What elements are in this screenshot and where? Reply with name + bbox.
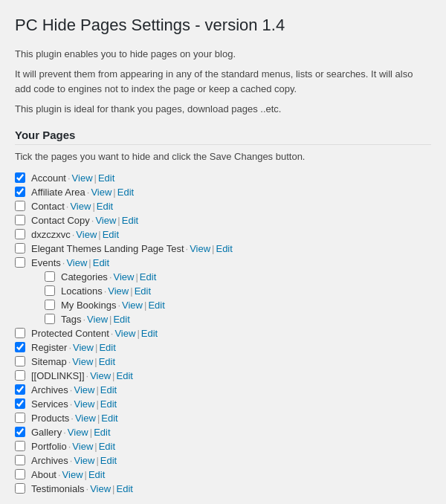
view-link-gallery[interactable]: View	[68, 427, 88, 438]
list-item: About · View | Edit	[15, 468, 431, 482]
view-link-locations[interactable]: View	[108, 285, 129, 297]
page-checkbox-register[interactable]	[15, 342, 25, 352]
view-link-testimonials[interactable]: View	[90, 483, 111, 494]
page-checkbox-portfolio[interactable]	[15, 441, 25, 451]
page-checkbox-about[interactable]	[15, 469, 25, 479]
view-link-products[interactable]: View	[75, 413, 96, 424]
list-item: Products · View | Edit	[15, 411, 431, 425]
edit-link-affiliate-area[interactable]: Edit	[117, 187, 134, 198]
separator-pipe: |	[96, 384, 98, 395]
page-checkbox-archives[interactable]	[15, 384, 25, 395]
page-checkbox-contact-copy[interactable]	[15, 215, 25, 225]
edit-link-tags[interactable]: Edit	[113, 314, 129, 325]
edit-link-about[interactable]: Edit	[88, 469, 105, 480]
separator-pipe: |	[85, 469, 87, 480]
separator-pipe: |	[113, 187, 115, 198]
page-checkbox-archives2[interactable]	[15, 455, 25, 465]
view-link-contact-copy[interactable]: View	[95, 215, 116, 226]
view-link-categories[interactable]: View	[114, 271, 135, 282]
page-label: Testimonials	[31, 483, 85, 494]
page-label: Events	[31, 257, 61, 268]
separator-dot: ·	[63, 427, 66, 438]
pages-list: Account · View | EditAffiliate Area · Vi…	[15, 171, 431, 496]
page-checkbox-testimonials[interactable]	[15, 483, 25, 494]
view-link-services[interactable]: View	[74, 398, 94, 410]
page-checkbox-categories[interactable]	[45, 271, 55, 282]
edit-link-protected-content[interactable]: Edit	[141, 328, 158, 339]
list-item: Contact · View | Edit	[15, 199, 431, 213]
page-checkbox-affiliate-area[interactable]	[15, 187, 25, 197]
edit-link-events[interactable]: Edit	[93, 257, 109, 268]
separator-pipe: |	[144, 300, 146, 311]
view-link-my-bookings[interactable]: View	[122, 300, 143, 311]
page-checkbox-protected-content[interactable]	[15, 328, 25, 338]
edit-link-services[interactable]: Edit	[100, 398, 117, 410]
page-checkbox-gallery[interactable]	[15, 427, 25, 437]
view-link-events[interactable]: View	[66, 257, 87, 268]
page-label: About	[31, 469, 56, 480]
separator-dot: ·	[104, 285, 107, 297]
view-link-dxzczxvc[interactable]: View	[76, 229, 97, 240]
page-label: Sitemap	[31, 356, 67, 367]
list-item: Register · View | Edit	[15, 340, 431, 355]
edit-link-dxzczxvc[interactable]: Edit	[103, 229, 119, 240]
edit-link-products[interactable]: Edit	[101, 413, 117, 424]
page-label: Account	[31, 172, 66, 184]
separator-pipe: |	[137, 328, 139, 339]
page-checkbox-locations[interactable]	[45, 285, 55, 296]
page-checkbox-odlinks[interactable]	[15, 370, 25, 381]
edit-link-testimonials[interactable]: Edit	[117, 483, 133, 494]
page-checkbox-my-bookings[interactable]	[45, 300, 55, 310]
edit-link-sitemap[interactable]: Edit	[99, 356, 115, 367]
page-checkbox-dxzczxvc[interactable]	[15, 229, 25, 239]
edit-link-elegant-themes[interactable]: Edit	[216, 243, 232, 254]
view-link-archives2[interactable]: View	[74, 455, 94, 466]
edit-link-locations[interactable]: Edit	[135, 285, 151, 297]
edit-link-account[interactable]: Edit	[98, 172, 114, 184]
list-item: Portfolio · View | Edit	[15, 439, 431, 453]
page-label: Contact Copy	[31, 215, 90, 226]
edit-link-archives[interactable]: Edit	[100, 384, 117, 395]
separator-pipe: |	[92, 201, 94, 212]
edit-link-my-bookings[interactable]: Edit	[148, 300, 164, 311]
view-link-tags[interactable]: View	[87, 314, 108, 325]
page-checkbox-tags[interactable]	[45, 314, 55, 324]
view-link-about[interactable]: View	[62, 469, 83, 480]
separator-dot: ·	[72, 229, 75, 240]
edit-link-contact[interactable]: Edit	[97, 201, 113, 212]
view-link-odlinks[interactable]: View	[90, 370, 111, 381]
page-checkbox-sitemap[interactable]	[15, 356, 25, 366]
page-checkbox-events[interactable]	[15, 257, 25, 268]
view-link-contact[interactable]: View	[70, 201, 91, 212]
edit-link-categories[interactable]: Edit	[140, 271, 156, 282]
view-link-sitemap[interactable]: View	[72, 356, 93, 367]
view-link-protected-content[interactable]: View	[114, 328, 135, 339]
page-checkbox-products[interactable]	[15, 413, 25, 423]
edit-link-odlinks[interactable]: Edit	[117, 370, 133, 381]
view-link-affiliate-area[interactable]: View	[91, 187, 112, 198]
list-item: Categories · View | Edit	[15, 270, 431, 284]
edit-link-archives2[interactable]: Edit	[100, 455, 117, 466]
list-item: Contact Copy · View | Edit	[15, 213, 431, 227]
page-title: PC Hide Pages Settings - version 1.4	[15, 15, 431, 36]
edit-link-contact-copy[interactable]: Edit	[122, 215, 138, 226]
edit-link-gallery[interactable]: Edit	[94, 427, 110, 438]
page-checkbox-services[interactable]	[15, 398, 25, 409]
view-link-portfolio[interactable]: View	[72, 441, 93, 452]
page-label: My Bookings	[61, 300, 116, 311]
view-link-account[interactable]: View	[72, 172, 93, 184]
list-item: Events · View | Edit	[15, 256, 431, 270]
view-link-elegant-themes[interactable]: View	[190, 243, 210, 254]
separator-pipe: |	[98, 229, 100, 240]
separator-dot: ·	[71, 413, 74, 424]
edit-link-register[interactable]: Edit	[99, 342, 115, 353]
description-block: This plugin enables you to hide pages on…	[15, 47, 431, 117]
view-link-archives[interactable]: View	[74, 384, 94, 395]
page-checkbox-elegant-themes[interactable]	[15, 243, 25, 253]
page-checkbox-contact[interactable]	[15, 201, 25, 211]
page-checkbox-account[interactable]	[15, 172, 25, 183]
edit-link-portfolio[interactable]: Edit	[99, 441, 115, 452]
page-label: [[ODLINKS]]	[31, 370, 85, 381]
list-item: Testimonials · View | Edit	[15, 482, 431, 496]
view-link-register[interactable]: View	[73, 342, 94, 353]
